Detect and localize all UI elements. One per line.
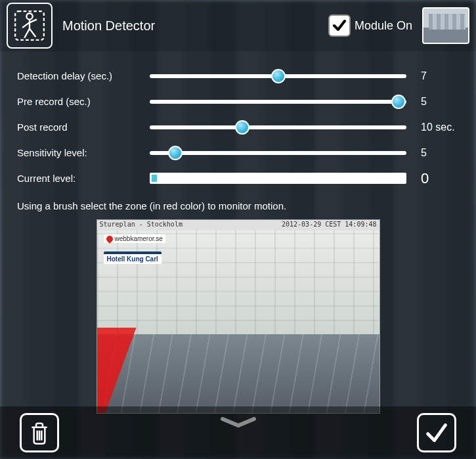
preview-caption-bar: Stureplan - Stockholm 2012-03-29 CEST 14… bbox=[97, 220, 379, 230]
svg-line-2 bbox=[22, 22, 30, 28]
svg-line-4 bbox=[24, 29, 30, 38]
value-current-level: 0 bbox=[414, 170, 459, 187]
zone-preview-canvas[interactable]: Stureplan - Stockholm 2012-03-29 CEST 14… bbox=[97, 219, 380, 414]
value-post-record: 10 sec. bbox=[414, 121, 459, 133]
preview-logo-webbkameror: webbkameror.se bbox=[104, 234, 165, 243]
module-checkbox[interactable] bbox=[328, 14, 351, 37]
preview-logo-hotel: Hotell Kung Carl bbox=[104, 251, 162, 264]
preview-caption-left: Stureplan - Stockholm bbox=[100, 221, 183, 230]
value-pre-record: 5 bbox=[414, 96, 459, 108]
confirm-button[interactable] bbox=[417, 413, 456, 452]
row-post-record: Post record 10 sec. bbox=[17, 114, 459, 140]
slider-pre-record[interactable] bbox=[150, 100, 406, 104]
level-meter bbox=[150, 173, 406, 184]
slider-detection-delay[interactable] bbox=[150, 74, 406, 78]
slider-thumb[interactable] bbox=[168, 146, 183, 160]
preview-street bbox=[97, 334, 379, 413]
label-current-level: Current level: bbox=[17, 173, 142, 184]
label-post-record: Post record bbox=[17, 121, 142, 133]
level-meter-fill bbox=[152, 175, 157, 182]
slider-thumb[interactable] bbox=[235, 120, 249, 135]
slider-sensitivity[interactable] bbox=[150, 151, 406, 155]
page-title: Motion Detector bbox=[62, 18, 155, 33]
slider-thumb[interactable] bbox=[391, 95, 406, 109]
motion-detector-icon bbox=[7, 3, 53, 49]
value-sensitivity: 5 bbox=[414, 147, 459, 159]
module-toggle[interactable]: Module On bbox=[328, 14, 412, 37]
motion-zone-overlay bbox=[97, 328, 137, 413]
slider-thumb[interactable] bbox=[271, 69, 286, 83]
header-bar: Motion Detector Module On bbox=[0, 0, 476, 51]
label-pre-record: Pre record (sec.) bbox=[17, 96, 142, 107]
row-current-level: Current level: 0 bbox=[17, 165, 459, 191]
row-detection-delay: Detection delay (sec.) 7 bbox=[17, 63, 459, 89]
row-sensitivity: Sensitivity level: 5 bbox=[17, 140, 459, 165]
zone-hint-text: Using a brush select the zone (in red co… bbox=[17, 200, 459, 211]
camera-thumbnail[interactable] bbox=[422, 7, 469, 44]
preview-buildings bbox=[97, 230, 379, 336]
preview-caption-right: 2012-03-29 CEST 14:09:48 bbox=[282, 221, 377, 230]
label-detection-delay: Detection delay (sec.) bbox=[17, 70, 142, 81]
label-sensitivity: Sensitivity level: bbox=[17, 147, 142, 158]
svg-point-0 bbox=[26, 13, 32, 19]
slider-post-record[interactable] bbox=[150, 125, 406, 129]
svg-line-5 bbox=[30, 29, 35, 37]
discard-button[interactable] bbox=[20, 413, 59, 452]
value-detection-delay: 7 bbox=[414, 70, 459, 82]
row-pre-record: Pre record (sec.) 5 bbox=[17, 89, 459, 114]
footer-bar bbox=[0, 406, 476, 459]
module-label: Module On bbox=[355, 19, 412, 33]
